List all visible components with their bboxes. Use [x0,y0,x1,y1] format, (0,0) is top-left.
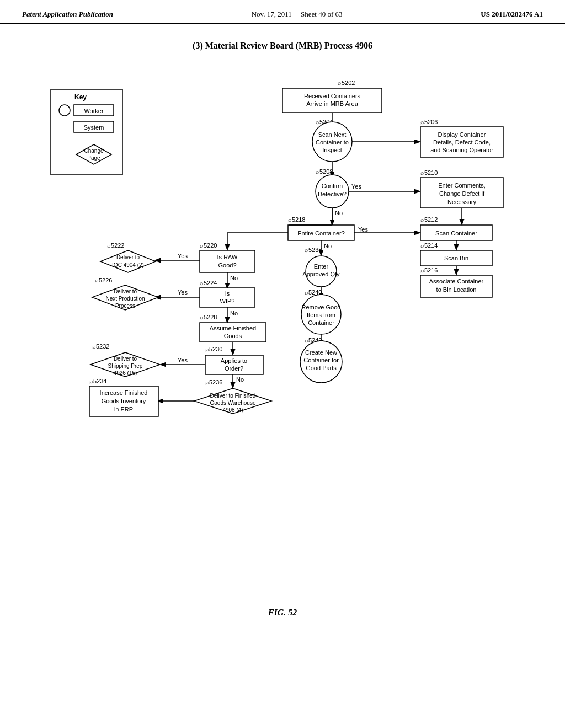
svg-text:4908 (4): 4908 (4) [222,407,243,413]
svg-text:Deliver to: Deliver to [114,356,137,362]
svg-text:Container: Container [308,319,334,326]
svg-text:Entire Container?: Entire Container? [297,230,345,237]
svg-text:Order?: Order? [225,365,243,372]
svg-text:Next Production: Next Production [105,296,145,302]
key-system-label: System [84,124,104,131]
svg-text:Scan Bin: Scan Bin [444,255,468,261]
main-content: (3) Material Review Board (MRB) Process … [0,24,565,629]
svg-text:Defective?: Defective? [318,191,347,197]
svg-text:in ERP: in ERP [114,406,133,413]
svg-text:No: No [236,376,244,383]
diagram-title: (3) Material Review Board (MRB) Process … [22,41,543,51]
svg-text:Container to: Container to [316,139,349,146]
svg-text:Process: Process [115,303,135,309]
page-header: Patent Application Publication Nov. 17, … [0,0,565,24]
svg-text:Deliver to: Deliver to [116,254,140,260]
svg-text:Remove Good: Remove Good [302,304,341,311]
svg-text:Page: Page [87,155,100,161]
svg-text:Increase Finished: Increase Finished [100,389,148,396]
svg-text:Applies to: Applies to [221,357,247,364]
svg-text:Yes: Yes [178,253,188,259]
svg-text:⌕5214: ⌕5214 [420,242,438,249]
svg-text:Goods: Goods [224,333,242,339]
svg-text:Enter: Enter [314,263,329,270]
svg-text:⌕5210: ⌕5210 [420,169,438,176]
svg-text:Is: Is [225,290,230,297]
header-publication-label: Patent Application Publication [22,10,113,19]
svg-text:Good Parts: Good Parts [306,365,337,371]
svg-text:Enter Comments,: Enter Comments, [438,182,486,189]
key-title: Key [74,93,87,101]
svg-text:⌕5216: ⌕5216 [420,267,438,274]
svg-text:Arrive in MRB Area: Arrive in MRB Area [306,100,358,107]
svg-text:⌕5206: ⌕5206 [420,119,438,125]
svg-text:Yes: Yes [178,357,188,363]
svg-text:Good?: Good? [218,262,236,269]
flowchart-svg: Key Worker System Change Page ⌕5202 Rece… [34,62,531,597]
svg-text:WIP?: WIP? [220,298,235,304]
svg-text:Goods Inventory: Goods Inventory [102,398,146,404]
svg-text:⌕5238: ⌕5238 [305,247,322,253]
svg-text:No: No [230,310,238,317]
svg-text:Deliver to: Deliver to [114,288,137,295]
svg-text:Inspect: Inspect [322,147,342,153]
key-worker-label: Worker [84,108,104,114]
svg-point-1 [59,105,70,116]
svg-text:Items from: Items from [307,312,335,318]
svg-text:Necessary: Necessary [447,199,476,205]
header-patent-number: US 2011/0282476 A1 [481,10,543,19]
svg-text:and Scanning Operator: and Scanning Operator [430,147,493,153]
svg-text:⌕5212: ⌕5212 [420,216,438,223]
svg-text:Yes: Yes [351,183,361,190]
svg-text:Yes: Yes [358,226,368,233]
svg-text:Assume Finished: Assume Finished [210,325,256,331]
svg-text:No: No [230,275,238,281]
svg-text:No: No [324,243,332,249]
svg-text:to Bin Location: to Bin Location [436,286,477,293]
svg-text:Yes: Yes [178,289,188,296]
svg-text:No: No [335,210,343,216]
svg-text:⌕5228: ⌕5228 [200,314,217,320]
svg-text:Scan Next: Scan Next [318,131,347,138]
figure-caption: FIG. 52 [22,608,543,618]
svg-text:⌕5236: ⌕5236 [205,379,222,386]
header-sheet: Sheet 40 of 63 [301,10,342,18]
svg-text:Goods Warehouse: Goods Warehouse [210,400,255,406]
svg-text:⌕5234: ⌕5234 [89,378,106,384]
svg-text:Create New: Create New [305,349,337,356]
svg-text:⌕5222: ⌕5222 [107,242,124,249]
key-changepage-label: Change [84,148,103,154]
svg-text:Is RAW: Is RAW [217,254,238,260]
svg-text:Scan Container: Scan Container [435,230,477,237]
svg-text:IQC 4904 (2): IQC 4904 (2) [112,262,144,268]
svg-text:Approved Qty: Approved Qty [302,271,340,277]
diagram-container: Key Worker System Change Page ⌕5202 Rece… [22,62,543,597]
svg-text:Change Defect if: Change Defect if [439,190,485,197]
svg-text:⌕5226: ⌕5226 [95,277,112,283]
svg-text:Display Container: Display Container [438,131,486,138]
svg-text:Deliver to Finished: Deliver to Finished [210,393,256,399]
header-date-sheet: Nov. 17, 2011 Sheet 40 of 63 [252,10,343,19]
svg-text:⌕5232: ⌕5232 [92,343,109,350]
svg-text:Details, Defect Code,: Details, Defect Code, [433,139,491,146]
label-5202-ref: ⌕5202 [338,79,355,86]
svg-text:Confirm: Confirm [322,183,343,189]
svg-text:⌕5218: ⌕5218 [288,216,305,223]
svg-marker-82 [100,250,156,272]
svg-text:⌕5224: ⌕5224 [200,280,217,286]
svg-text:4926 (15): 4926 (15) [114,370,137,376]
svg-text:⌕5208: ⌕5208 [316,168,333,175]
svg-text:⌕5220: ⌕5220 [200,242,217,249]
svg-text:Container for: Container for [303,357,339,363]
svg-text:Received Containers: Received Containers [304,93,361,99]
header-date: Nov. 17, 2011 [252,10,292,18]
svg-text:Shipping Prep: Shipping Prep [108,363,143,369]
svg-text:Associate Container: Associate Container [429,278,484,285]
svg-text:⌕5230: ⌕5230 [205,346,222,352]
